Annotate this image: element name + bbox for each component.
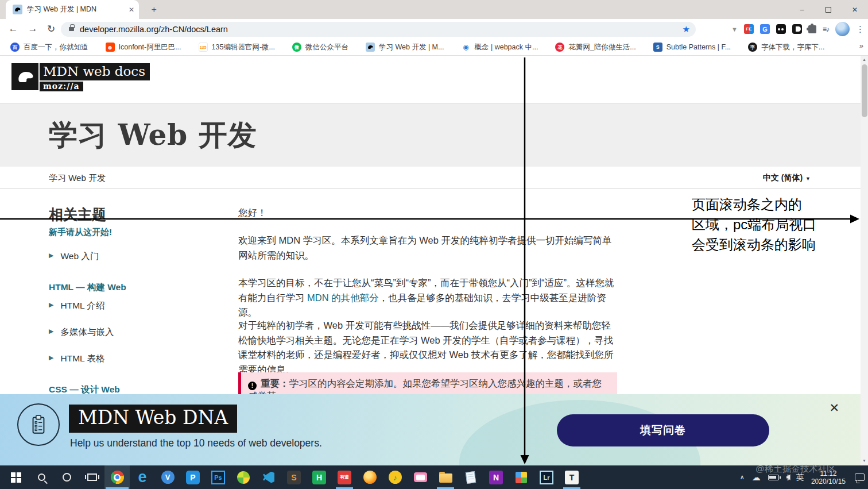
window-maximize-button[interactable]	[815, 0, 842, 19]
taskbar-app-vscode[interactable]	[256, 465, 281, 489]
taskbar-app-pinwheel-app[interactable]	[231, 465, 256, 489]
taskbar-app-v-app[interactable]: V	[155, 465, 180, 489]
mdn-logo[interactable]: MDN web docs moz://a	[11, 63, 150, 91]
system-tray: ∧ ☁ )) 英 11:12 2020/10/15	[740, 465, 865, 489]
extension-chevron-icon[interactable]: ▼	[731, 26, 738, 33]
taskbar-app-p-app[interactable]: P	[180, 465, 206, 489]
input-method-indicator[interactable]: 英	[796, 472, 804, 483]
bookmark-item[interactable]: SSubtle Patterns | F...	[653, 43, 731, 52]
browser-menu-icon[interactable]: ⋮	[856, 24, 865, 34]
tab-close-icon[interactable]: ✕	[129, 6, 134, 14]
taskbar-app-search[interactable]	[29, 465, 54, 489]
taskbar-app-grid-app[interactable]	[509, 465, 534, 489]
triangle-expand-icon[interactable]: ▶	[49, 251, 53, 259]
sidebar-item[interactable]: ▶Web 入门	[49, 251, 221, 277]
tray-expand-icon[interactable]: ∧	[740, 473, 745, 481]
taskbar-app-sublime[interactable]: S	[281, 465, 307, 489]
taskbar-app-cortana[interactable]	[54, 465, 79, 489]
bookmarks-bar: 百百度一下，你就知道☻Iconfont-阿里巴巴...135135编辑器官网-微…	[0, 39, 868, 56]
taskbar-app-edge[interactable]: e	[130, 465, 155, 489]
note-label: 重要：	[261, 378, 289, 389]
mdn-header: MDN web docs moz://a 技术▼ 参考与指南▼ 反馈▼ 登录	[0, 56, 868, 103]
media-list-icon[interactable]: ≡♪	[823, 25, 829, 33]
bookmarks-overflow-icon[interactable]: »	[859, 41, 863, 50]
bookmark-item[interactable]: 135135编辑器官网-微...	[199, 43, 275, 52]
taskbar-app-bilibili[interactable]	[408, 465, 433, 489]
sidebar-item[interactable]: 新手请从这开始!	[49, 227, 221, 251]
triangle-expand-icon[interactable]: ▶	[49, 353, 53, 361]
url-text[interactable]: developer.mozilla.org/zh-CN/docs/Learn	[80, 25, 678, 34]
bookmark-item[interactable]: 微微信公众平台	[292, 43, 348, 52]
window-minimize-button[interactable]: –	[789, 0, 815, 19]
sublime-icon: S	[287, 471, 301, 484]
taskbar-app-firefox[interactable]	[357, 465, 382, 489]
taskbar-app-typora[interactable]: T	[559, 465, 584, 489]
bookmark-favicon: 微	[292, 43, 301, 52]
scrollbar-thumb[interactable]	[862, 64, 867, 117]
profile-avatar[interactable]	[835, 22, 850, 36]
taskbar-app-youdao[interactable]: 有道	[332, 465, 357, 489]
taskbar-app-task-view[interactable]	[79, 465, 104, 489]
pinwheel-app-icon	[237, 471, 250, 484]
taskbar-app-chrome[interactable]	[104, 465, 130, 489]
new-tab-button[interactable]: ＋	[148, 4, 160, 15]
sidebar-topic-list: 新手请从这开始!▶Web 入门HTML — 构建 Web▶HTML 介绍▶多媒体…	[49, 227, 221, 402]
sidebar-item[interactable]: HTML — 构建 Web	[49, 277, 221, 300]
extension-darkreader-icon[interactable]	[776, 24, 786, 34]
taskbar-app-hbuilder[interactable]: H	[307, 465, 332, 489]
extension-dark-icon[interactable]	[792, 24, 802, 34]
action-center-icon[interactable]	[855, 473, 865, 481]
sidebar-item[interactable]: ▶多媒体与嵌入	[49, 326, 221, 353]
bookmark-favicon: 百	[10, 43, 20, 52]
bookmark-item[interactable]: 字字体下载，字库下...	[748, 43, 824, 52]
mdn-logo-title: MDN web docs	[40, 63, 150, 80]
page-scrollbar[interactable]: ▲ ▼	[861, 56, 868, 465]
taskbar-app-qq-music[interactable]: ♪	[382, 465, 408, 489]
bookmark-item[interactable]: 百百度一下，你就知道	[10, 43, 88, 52]
paragraph-1: 欢迎来到 MDN 学习区。本系列文章旨在为 Web 开发的纯粹初学者提供一切开始…	[238, 233, 617, 263]
bookmark-favicon	[366, 43, 375, 52]
sidebar-item[interactable]: ▶HTML 表格	[49, 353, 221, 379]
volume-icon[interactable]: ))	[786, 474, 789, 480]
taskbar-app-onenote[interactable]: N	[483, 465, 509, 489]
search-icon	[38, 473, 45, 481]
bookmark-item[interactable]: 学习 Web 开发 | M...	[366, 43, 444, 52]
bookmark-star-icon[interactable]: ★	[683, 24, 690, 34]
taskbar-app-notepad[interactable]	[458, 465, 483, 489]
bookmark-label: 135编辑器官网-微...	[212, 43, 275, 52]
extensions-puzzle-icon[interactable]	[808, 25, 816, 33]
bookmark-item[interactable]: ◉概念 | webpack 中...	[461, 43, 538, 52]
bookmark-item[interactable]: ☻Iconfont-阿里巴巴...	[106, 43, 181, 52]
survey-button[interactable]: 填写问卷	[557, 414, 769, 446]
paragraph-2: 本学习区的目标，不在于让您从“菜鸟”到“专家”，而在于带领您从“入门”到“适应”…	[238, 276, 617, 320]
address-bar[interactable]: developer.mozilla.org/zh-CN/docs/Learn ★	[61, 22, 696, 37]
taskbar-app-file-explorer[interactable]	[433, 465, 458, 489]
lock-icon[interactable]	[69, 27, 74, 31]
annotation-text: 页面滚动条之内的 区域，pc端布局视口 会受到滚动条的影响	[692, 194, 864, 255]
battery-icon[interactable]	[768, 475, 779, 480]
extension-fe-icon[interactable]: FE	[744, 24, 754, 34]
window-close-button[interactable]: ✕	[842, 0, 868, 19]
back-button[interactable]: ←	[6, 23, 21, 34]
scroll-up-arrow[interactable]: ▲	[861, 56, 868, 63]
taskbar-app-start[interactable]	[3, 465, 29, 489]
forward-button[interactable]: →	[25, 23, 40, 34]
banner-close-icon[interactable]: ✕	[829, 401, 839, 415]
extension-translate-icon[interactable]: G	[760, 24, 770, 34]
triangle-expand-icon[interactable]: ▶	[49, 326, 53, 335]
triangle-expand-icon[interactable]: ▶	[49, 300, 53, 309]
sidebar-item[interactable]: ▶HTML 介绍	[49, 300, 221, 326]
reload-button[interactable]: ↻	[44, 23, 59, 35]
taskbar-app-lightroom[interactable]: Lr	[534, 465, 559, 489]
taskbar-clock[interactable]: 11:12 2020/10/15	[811, 469, 846, 486]
clock-date: 2020/10/15	[811, 478, 846, 486]
locale-switcher[interactable]: 中文 (简体)▼	[763, 173, 811, 183]
onedrive-cloud-icon[interactable]: ☁	[752, 472, 761, 483]
taskbar-apps: eVPPsSH有道♪NLrT	[3, 465, 584, 489]
browser-tab[interactable]: 学习 Web 开发 | MDN ✕	[6, 0, 139, 19]
bookmark-item[interactable]: 花花瓣网_陪你做生活...	[555, 43, 636, 52]
breadcrumb[interactable]: 学习 Web 开发	[49, 173, 106, 184]
mdn-other-parts-link[interactable]: MDN 的其他部分	[307, 292, 379, 303]
scroll-down-arrow[interactable]: ▼	[861, 457, 868, 464]
taskbar-app-photoshop[interactable]: Ps	[206, 465, 231, 489]
